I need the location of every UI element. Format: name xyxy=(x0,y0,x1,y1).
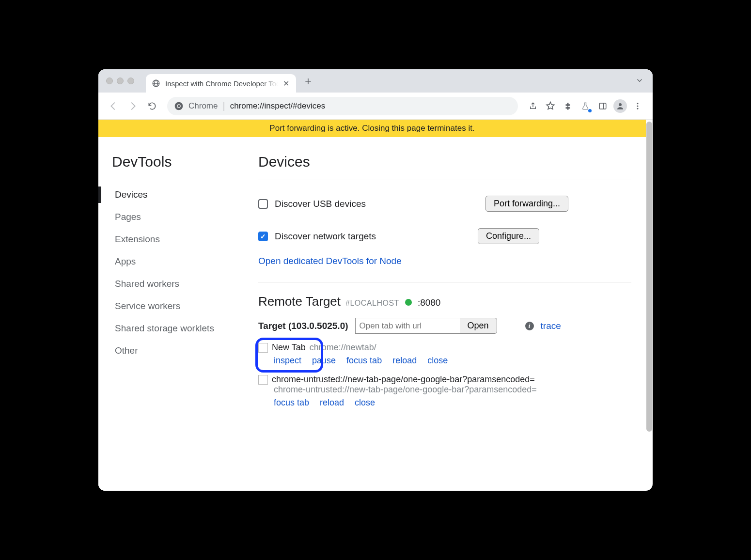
open-node-devtools-link[interactable]: Open dedicated DevTools for Node xyxy=(258,256,402,266)
minimize-window-button[interactable] xyxy=(117,78,124,84)
configure-button[interactable]: Configure... xyxy=(478,228,539,244)
forward-button[interactable] xyxy=(125,98,141,114)
inspect-link[interactable]: inspect xyxy=(274,356,301,366)
svg-point-9 xyxy=(637,103,639,104)
profile-button[interactable] xyxy=(612,98,628,114)
close-link[interactable]: close xyxy=(427,356,448,366)
sidebar-item-shared-workers[interactable]: Shared workers xyxy=(112,273,244,295)
omnibox-url: chrome://inspect/#devices xyxy=(230,101,326,111)
toolbar: Chrome | chrome://inspect/#devices xyxy=(98,93,653,120)
close-tab-icon[interactable]: ✕ xyxy=(283,79,289,88)
discover-usb-checkbox[interactable] xyxy=(258,199,268,209)
remote-host: #LOCALHOST xyxy=(345,299,399,308)
remote-port: :8080 xyxy=(418,297,441,308)
sidebar: DevTools Devices Pages Extensions Apps S… xyxy=(98,137,244,491)
discover-network-checkbox[interactable] xyxy=(258,232,268,241)
focus-tab-link[interactable]: focus tab xyxy=(346,356,382,366)
open-tab-url-input[interactable] xyxy=(355,318,467,334)
target-label: Target (103.0.5025.0) xyxy=(258,321,348,331)
reload-link[interactable]: reload xyxy=(392,356,417,366)
pause-link[interactable]: pause xyxy=(312,356,336,366)
discover-usb-label: Discover USB devices xyxy=(275,199,366,209)
svg-point-8 xyxy=(619,103,622,106)
sidebar-item-pages[interactable]: Pages xyxy=(112,206,244,228)
labs-icon[interactable] xyxy=(577,98,594,114)
sidebar-item-service-workers[interactable]: Service workers xyxy=(112,295,244,317)
close-link[interactable]: close xyxy=(355,398,375,408)
sidebar-item-other[interactable]: Other xyxy=(112,340,244,362)
sidebar-item-apps[interactable]: Apps xyxy=(112,250,244,273)
reload-link[interactable]: reload xyxy=(320,398,344,408)
tab-name: chrome-untrusted://new-tab-page/one-goog… xyxy=(272,374,535,385)
svg-point-11 xyxy=(637,108,639,109)
tab-strip: Inspect with Chrome Developer Tools ✕ ＋ xyxy=(98,69,653,93)
back-button[interactable] xyxy=(105,98,122,114)
share-icon[interactable] xyxy=(525,98,541,114)
side-panel-icon[interactable] xyxy=(595,98,611,114)
bookmark-icon[interactable] xyxy=(542,98,559,114)
reload-button[interactable] xyxy=(144,98,160,114)
open-tab-button[interactable]: Open xyxy=(460,318,497,334)
tabs-dropdown-icon[interactable] xyxy=(635,76,644,85)
tab-favicon-placeholder xyxy=(258,343,268,353)
chrome-icon xyxy=(174,101,184,111)
tab-name: New Tab xyxy=(272,342,306,353)
browser-window: Inspect with Chrome Developer Tools ✕ ＋ … xyxy=(98,69,653,491)
extensions-icon[interactable] xyxy=(560,98,576,114)
maximize-window-button[interactable] xyxy=(127,78,134,84)
focus-tab-link[interactable]: focus tab xyxy=(274,398,309,408)
avatar-icon xyxy=(613,99,627,113)
close-window-button[interactable] xyxy=(106,78,113,84)
tab-title: Inspect with Chrome Developer Tools xyxy=(165,79,278,88)
remote-tab-entry: New Tab chrome://newtab/ inspect pause f… xyxy=(258,341,631,366)
tab-url: chrome://newtab/ xyxy=(310,342,376,353)
page-heading: Devices xyxy=(258,154,631,170)
svg-point-10 xyxy=(637,105,639,107)
tab-url: chrome-untrusted://new-tab-page/one-goog… xyxy=(274,385,537,395)
new-tab-button[interactable]: ＋ xyxy=(301,74,315,88)
window-controls xyxy=(106,78,134,84)
remote-target-heading: Remote Target xyxy=(258,294,341,309)
globe-icon xyxy=(152,79,160,88)
omnibox-label: Chrome xyxy=(188,101,218,111)
browser-tab[interactable]: Inspect with Chrome Developer Tools ✕ xyxy=(146,74,296,93)
port-forwarding-button[interactable]: Port forwarding... xyxy=(485,196,568,212)
info-icon[interactable]: i xyxy=(525,322,534,330)
tab-favicon-placeholder xyxy=(258,375,268,385)
discover-network-label: Discover network targets xyxy=(275,231,376,242)
sidebar-item-extensions[interactable]: Extensions xyxy=(112,228,244,250)
menu-icon[interactable] xyxy=(629,98,646,114)
svg-point-5 xyxy=(178,105,180,107)
sidebar-item-shared-storage-worklets[interactable]: Shared storage worklets xyxy=(112,317,244,340)
status-dot-icon xyxy=(405,299,412,306)
main-content: Devices Discover USB devices Port forwar… xyxy=(244,137,646,491)
svg-rect-6 xyxy=(599,103,606,109)
address-bar[interactable]: Chrome | chrome://inspect/#devices xyxy=(167,97,518,115)
scrollbar-thumb[interactable] xyxy=(646,122,652,432)
scrollbar[interactable] xyxy=(646,120,653,491)
sidebar-title: DevTools xyxy=(112,154,244,170)
port-forwarding-banner: Port forwarding is active. Closing this … xyxy=(98,120,646,137)
remote-tab-entry: chrome-untrusted://new-tab-page/one-goog… xyxy=(258,374,631,408)
trace-link[interactable]: trace xyxy=(541,321,561,331)
sidebar-item-devices[interactable]: Devices xyxy=(112,184,244,206)
